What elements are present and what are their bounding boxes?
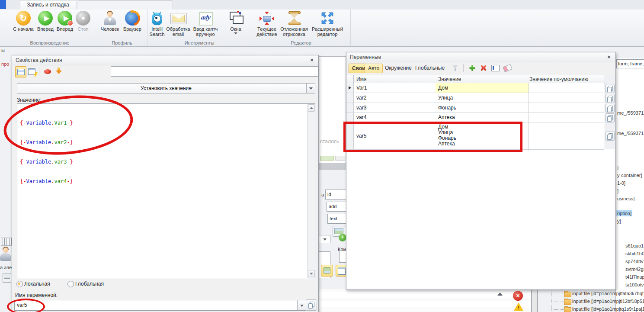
table-row[interactable]: var4 Аптека [346, 113, 604, 122]
human-button[interactable]: Человек [99, 11, 121, 32]
tree-item[interactable]: y-container] [617, 173, 642, 180]
rules-input[interactable]: form; frame; i [616, 59, 644, 68]
advanced-editor-button[interactable]: Расширенный редактор [311, 11, 344, 37]
tree-row[interactable]: input:file [id=p1ao1mpjtfata3k7hqf1 [551, 290, 644, 297]
tree-item-selected[interactable]: ription] [616, 210, 632, 216]
manual-captcha-button[interactable]: ady Ввод каптч вручную [192, 11, 219, 37]
combo-dropdown-button[interactable] [306, 84, 315, 93]
cell-name[interactable]: Var1 [354, 83, 438, 93]
row-indicator [346, 83, 354, 93]
grip-button[interactable] [1, 238, 13, 246]
tree-row[interactable]: input:file [id=p1ao1mpjtl12bf18p518r [551, 298, 644, 305]
cell-default[interactable] [526, 113, 604, 122]
column-header-value[interactable]: Значение [436, 75, 529, 84]
close-icon[interactable]: × [605, 53, 613, 61]
cell-default[interactable] [526, 83, 604, 93]
cell-value[interactable]: Дом [436, 83, 529, 93]
record-button[interactable] [42, 66, 53, 77]
tree-item[interactable]: svtm42gs4ra1 [625, 267, 644, 274]
forward-record-button[interactable]: ▶ Вперед [54, 11, 75, 32]
tree-item[interactable]: ta100otv9166 [625, 282, 644, 290]
tree-item[interactable]: 1-0] [617, 180, 642, 188]
hourglass-icon [287, 11, 301, 26]
restart-button[interactable]: ↻ С начала [11, 11, 35, 32]
tree-item[interactable]: usiness] [617, 196, 642, 204]
code-line: {-Variable.var4-} [20, 178, 73, 185]
windows-button[interactable]: Окна [225, 11, 247, 34]
table-row[interactable]: Var1 Дом [346, 83, 604, 93]
tree-item[interactable]: y] [617, 219, 621, 224]
intelli-search-icon [150, 11, 164, 26]
cell-default[interactable] [526, 122, 604, 149]
tree-item[interactable]: ] [617, 188, 642, 196]
tree-item[interactable]: s61quo1m641 [625, 243, 644, 251]
global-radio[interactable] [67, 281, 74, 287]
clear-values-button[interactable] [503, 64, 512, 72]
cell-default[interactable] [526, 93, 604, 103]
cell-name[interactable]: var3 [354, 103, 438, 113]
tree-item[interactable]: t41i7lnup1kie1 [625, 274, 644, 282]
tree-item[interactable]: sp74dttv1pif1 [625, 259, 644, 267]
filter-icon[interactable] [452, 65, 458, 71]
highlighted-tool-button[interactable] [321, 265, 333, 277]
tree-row[interactable]: input:file [id=p1ao1mpjtq1s9r1paj1t2 [551, 306, 644, 312]
current-action-button[interactable]: Текущее действие [253, 11, 280, 37]
properties-grid-button[interactable] [15, 66, 26, 77]
tab-environment-variables[interactable]: Окружение [382, 64, 415, 72]
copy-button[interactable] [306, 299, 317, 311]
scroll-up-button[interactable] [308, 104, 315, 112]
code-view-button[interactable] [27, 66, 37, 77]
tab-record-debug[interactable]: Запись и отладка [20, 0, 76, 10]
copy-row-button[interactable] [606, 104, 615, 113]
copy-row-button[interactable] [606, 113, 615, 122]
background-field-adddesc[interactable]: add-desc [327, 202, 349, 212]
tree-item[interactable]: skbih1h01gis4 [625, 251, 644, 259]
error-icon[interactable]: × [513, 291, 523, 301]
add-green-button[interactable]: + [339, 234, 346, 241]
cell-value[interactable]: Аптека [436, 113, 529, 122]
background-field-text[interactable]: text [327, 214, 349, 224]
person-fragment-icon [0, 247, 12, 264]
copy-row-button[interactable] [606, 94, 615, 103]
variable-name-input[interactable]: var5 [14, 300, 306, 311]
textarea-scrollbar[interactable] [307, 104, 315, 278]
insert-down-button[interactable] [54, 66, 64, 77]
add-variable-button[interactable] [468, 64, 476, 72]
background-field-id[interactable]: id [325, 190, 349, 199]
app-menu-fragment[interactable] [0, 0, 6, 9]
local-radio[interactable] [16, 281, 23, 287]
column-header-default[interactable]: Значение по-умолчанию [526, 75, 607, 84]
tab-global-variables[interactable]: Глобальные [412, 64, 448, 72]
table-row[interactable]: var2 Улица [346, 93, 604, 103]
scroll-down-button[interactable] [308, 270, 315, 277]
cell-value[interactable]: Улица [436, 93, 529, 103]
copy-row-button[interactable] [606, 132, 615, 141]
collapse-up-icon[interactable] [497, 293, 503, 296]
tab-auto-variables[interactable]: Авто [365, 64, 383, 73]
document-icon[interactable] [3, 273, 11, 283]
action-type-combo[interactable]: Установить значение [17, 83, 315, 93]
tree-item[interactable]: ] [617, 165, 642, 173]
cell-name[interactable]: var2 [354, 93, 438, 103]
email-processing-button[interactable]: Обработка email [166, 11, 191, 37]
action-filter-input[interactable] [111, 66, 318, 77]
column-header-name[interactable]: Имя [354, 75, 438, 84]
table-row[interactable]: var3 Фонарь [346, 103, 604, 113]
cell-value[interactable]: Фонарь [436, 103, 529, 113]
ribbon-group-profile: Человек Браузер Профиль [97, 10, 147, 46]
background-combo[interactable] [319, 235, 330, 243]
delete-variable-button[interactable] [480, 64, 487, 72]
close-icon[interactable]: × [308, 56, 316, 64]
cell-default[interactable] [526, 103, 604, 113]
deferred-render-button[interactable]: Отложенная отрисовка [279, 11, 310, 37]
tab-blank[interactable] [78, 0, 173, 10]
rename-variable-button[interactable] [491, 64, 500, 72]
forward-button[interactable]: ▶ Вперед [35, 11, 55, 32]
splitter[interactable] [531, 289, 538, 312]
cell-name[interactable]: var4 [354, 113, 438, 122]
browser-button[interactable]: Браузер [121, 11, 144, 32]
combo-dropdown-button[interactable] [297, 300, 306, 310]
stop-button[interactable]: ■ Стоп [74, 11, 93, 32]
intelli-search-button[interactable]: Intelli Search [147, 11, 167, 37]
copy-row-button[interactable] [606, 84, 615, 93]
